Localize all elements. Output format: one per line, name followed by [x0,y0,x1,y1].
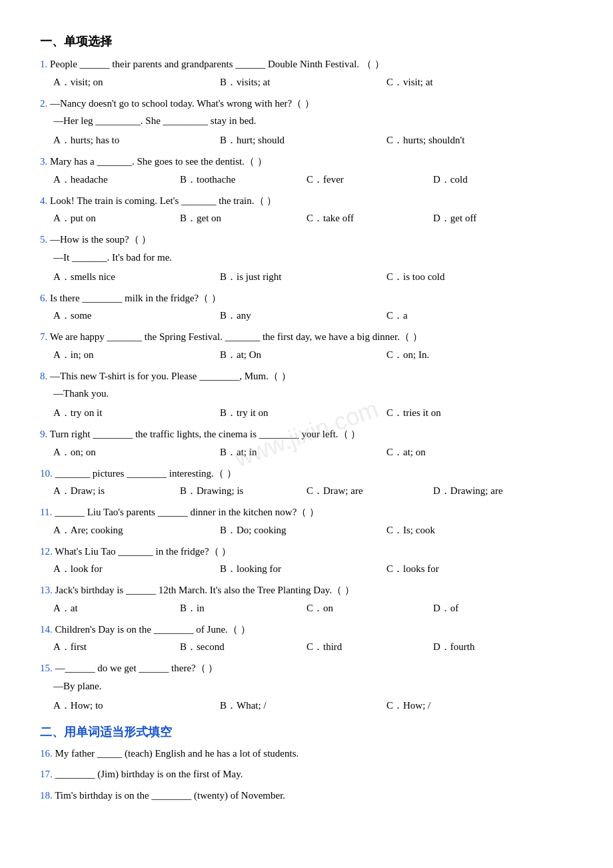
options-row: A．visit; onB．visits; atC．visit; at [53,73,573,91]
option-item: C．How; / [386,697,553,715]
question-text: What's Liu Tao _______ in the fridge?（ ） [55,546,231,557]
question-text: My father _____ (teach) English and he h… [55,748,299,759]
question-text: ________ (Jim) birthday is on the first … [55,769,243,779]
options-row: A．headacheB．toothacheC．feverD．cold [53,171,573,189]
options-row: A．How; toB．What; /C．How; / [53,697,573,715]
option-item: B．hurt; should [220,131,386,149]
question-line: 12. What's Liu Tao _______ in the fridge… [40,543,573,561]
option-item: D．get off [433,209,560,227]
question-line: 14. Children's Day is on the ________ of… [40,621,573,639]
question-line: 5. —How is the soup?（ ） [40,231,573,249]
option-item: B．get on [180,209,306,227]
option-item: C．is too cold [386,268,553,286]
question-text: —Nancy doesn't go to school today. What'… [50,98,314,109]
question-text: _______ pictures ________ interesting.（ … [55,468,237,479]
question-number: 17. [40,769,55,779]
question-number: 9. [40,429,50,439]
option-item: D．cold [433,171,560,189]
option-item: B．toothache [180,171,306,189]
option-item: B．try it on [220,404,386,422]
option-item: A．How; to [53,697,220,715]
question-number: 18. [40,790,55,801]
option-item: C．fever [306,171,433,189]
options-row: A．hurts; has toB．hurt; shouldC．hurts; sh… [53,131,573,149]
question-line: 7. We are happy _______ the Spring Festi… [40,329,573,346]
question-block: 10. _______ pictures ________ interestin… [40,465,573,501]
question-number: 1. [40,59,50,69]
question-number: 16. [40,748,55,759]
question-line: 2. —Nancy doesn't go to school today. Wh… [40,95,573,113]
question-block: 17. ________ (Jim) birthday is on the fi… [40,766,573,783]
option-item: B．any [220,307,386,325]
option-item: B．second [180,638,306,656]
question-block: 7. We are happy _______ the Spring Festi… [40,329,573,364]
question-number: 4. [40,195,50,206]
question-block: 2. —Nancy doesn't go to school today. Wh… [40,95,573,150]
question-text: Jack's birthday is ______ 12th March. It… [55,585,354,595]
question-text: Tim's birthday is on the ________ (twent… [55,790,285,801]
option-item: A．visit; on [53,73,220,91]
question-block: 6. Is there ________ milk in the fridge?… [40,290,573,325]
option-item: C．third [306,638,433,656]
sub-line: —Her leg _________. She _________ stay i… [53,112,573,130]
option-item: B．looking for [220,560,386,578]
option-item: C．at; on [386,443,553,461]
question-number: 12. [40,546,55,557]
option-item: B．at; in [220,443,386,461]
question-block: 4. Look! The train is coming. Let's ____… [40,193,573,228]
question-block: 8. —This new T-shirt is for you. Please … [40,368,573,423]
options-row: A．put onB．get onC．take offD．get off [53,209,573,227]
question-number: 10. [40,468,55,479]
question-number: 15. [40,663,55,673]
option-item: A．look for [53,560,220,578]
option-item: C．take off [306,209,433,227]
question-text: Is there ________ milk in the fridge?（ ） [50,293,221,303]
question-text: —______ do we get ______ there?（ ） [55,663,219,673]
option-item: D．Drawing; are [433,482,560,500]
question-block: 18. Tim's birthday is on the ________ (t… [40,787,573,805]
question-line: 11. ______ Liu Tao's parents ______ dinn… [40,504,573,521]
sub-line: —By plane. [53,677,573,695]
options-row: A．Draw; isB．Drawing; isC．Draw; areD．Draw… [53,482,573,500]
question-block: 12. What's Liu Tao _______ in the fridge… [40,543,573,579]
question-number: 14. [40,624,55,635]
question-text: ______ Liu Tao's parents ______ dinner i… [55,507,319,517]
sub-line: —Thank you. [53,385,573,403]
option-item: C．Is; cook [386,521,553,539]
question-text: We are happy _______ the Spring Festival… [50,331,422,342]
option-item: A．in; on [53,346,220,364]
question-block: 14. Children's Day is on the ________ of… [40,621,573,657]
question-block: 11. ______ Liu Tao's parents ______ dinn… [40,504,573,539]
options-row: A．try on itB．try it onC．tries it on [53,404,573,422]
sub-line: —It _______. It's bad for me. [53,249,573,267]
question-text: Look! The train is coming. Let's _______… [50,195,277,206]
option-item: A．some [53,307,220,325]
question-line: 4. Look! The train is coming. Let's ____… [40,193,573,210]
question-text: Children's Day is on the ________ of Jun… [55,624,251,635]
section1-title: 一、单项选择 [40,33,573,49]
question-line: 1. People ______ their parents and grand… [40,56,573,73]
section2-title: 二、用单词适当形式填空 [40,724,573,740]
question-number: 2. [40,98,50,109]
option-item: B．visits; at [220,73,386,91]
question-text: —How is the soup?（ ） [50,234,152,245]
options-row: A．look forB．looking forC．looks for [53,560,573,578]
question-text: Turn right ________ the traffic lights, … [50,429,361,439]
option-item: B．is just right [220,268,386,286]
question-number: 13. [40,585,55,595]
option-item: A．Draw; is [53,482,180,500]
question-line: 10. _______ pictures ________ interestin… [40,465,573,483]
option-item: B．Drawing; is [180,482,306,500]
question-text: Mary has a _______. She goes to see the … [50,156,267,167]
option-item: B．in [180,599,306,617]
option-item: D．of [433,599,560,617]
question-number: 6. [40,293,50,303]
options-row: A．atB．inC．onD．of [53,599,573,617]
option-item: C．on [306,599,433,617]
option-item: A．headache [53,171,180,189]
option-item: A．try on it [53,404,220,422]
question-number: 5. [40,234,50,245]
question-block: 15. —______ do we get ______ there?（ ）—B… [40,660,573,715]
options-row: A．on; onB．at; inC．at; on [53,443,573,461]
option-item: C．Draw; are [306,482,433,500]
